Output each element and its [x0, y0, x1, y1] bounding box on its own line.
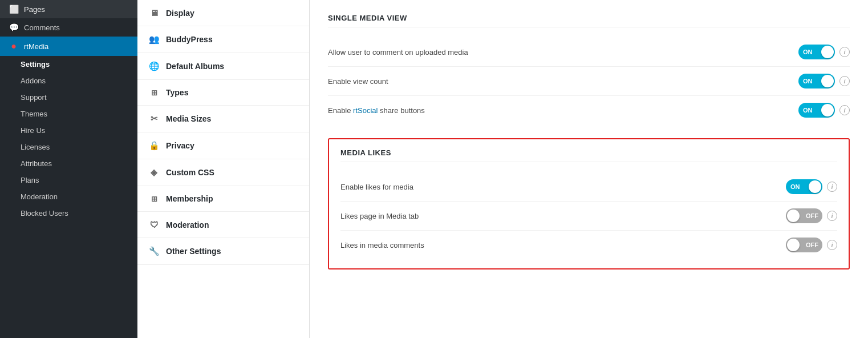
sidebar-subitem-licenses[interactable]: Licenses	[0, 139, 137, 155]
sidebar-subitem-moderation[interactable]: Moderation	[0, 188, 137, 205]
enable-likes-toggle-knob	[809, 180, 821, 193]
middle-item-buddypress[interactable]: 👥 BuddyPress	[137, 26, 309, 53]
sidebar-item-rtmedia[interactable]: ● rtMedia	[0, 37, 137, 56]
middle-item-types[interactable]: ⊞ Types	[137, 80, 309, 106]
rtsocial-label: Enable rtSocial share buttons	[328, 106, 425, 115]
sidebar-item-comments[interactable]: 💬 Comments	[0, 18, 137, 37]
view-count-toggle[interactable]: ON	[798, 74, 835, 88]
middle-item-types-label: Types	[166, 88, 188, 97]
setting-row-likes-comments: Likes in media comments OFF i	[340, 231, 837, 259]
middle-item-media-sizes[interactable]: ✂ Media Sizes	[137, 106, 309, 132]
sidebar-subitem-hire-us[interactable]: Hire Us	[0, 122, 137, 139]
enable-likes-info-icon[interactable]: i	[827, 182, 837, 192]
likes-page-info-icon[interactable]: i	[827, 211, 837, 221]
view-count-info-icon[interactable]: i	[839, 76, 850, 86]
allow-comment-label: Allow user to comment on uploaded media	[328, 48, 468, 57]
display-icon: 🖥	[148, 8, 160, 18]
likes-comments-label: Likes in media comments	[340, 241, 424, 250]
sidebar: ⬜ Pages 💬 Comments ● rtMedia Settings Ad…	[0, 0, 137, 338]
middle-item-display-label: Display	[166, 9, 194, 18]
middle-item-other-settings[interactable]: 🔧 Other Settings	[137, 238, 309, 265]
setting-row-allow-comment: Allow user to comment on uploaded media …	[328, 38, 850, 67]
privacy-icon: 🔒	[148, 140, 160, 151]
allow-comment-toggle-label: ON	[803, 49, 813, 55]
moderation-icon: 🛡	[148, 220, 160, 230]
setting-row-rtsocial: Enable rtSocial share buttons ON i	[328, 96, 850, 124]
likes-comments-info-icon[interactable]: i	[827, 240, 837, 250]
rtmedia-icon: ●	[8, 41, 19, 51]
sidebar-subitem-plans[interactable]: Plans	[0, 172, 137, 188]
likes-page-toggle[interactable]: OFF	[786, 208, 822, 223]
likes-page-toggle-label: OFF	[806, 212, 818, 219]
middle-item-default-albums-label: Default Albums	[166, 62, 224, 71]
rtsocial-link[interactable]: rtSocial	[353, 106, 378, 115]
main-content: SINGLE MEDIA VIEW Allow user to comment …	[310, 0, 868, 338]
view-count-toggle-label: ON	[803, 78, 813, 84]
setting-row-view-count: Enable view count ON i	[328, 67, 850, 96]
media-sizes-icon: ✂	[148, 114, 160, 124]
sidebar-subitem-support[interactable]: Support	[0, 89, 137, 106]
likes-comments-toggle-knob	[787, 239, 800, 251]
middle-item-custom-css-label: Custom CSS	[166, 168, 214, 177]
single-media-view-title: SINGLE MEDIA VIEW	[328, 14, 850, 27]
likes-page-controls: OFF i	[786, 208, 837, 223]
types-icon: ⊞	[148, 88, 160, 97]
rtsocial-toggle[interactable]: ON	[798, 103, 835, 118]
sidebar-subitem-attributes[interactable]: Attributes	[0, 155, 137, 172]
media-likes-title: MEDIA LIKES	[340, 148, 837, 162]
sidebar-subitem-settings[interactable]: Settings	[0, 56, 137, 73]
sidebar-subitem-blocked-users[interactable]: Blocked Users	[0, 205, 137, 222]
sidebar-item-pages[interactable]: ⬜ Pages	[0, 0, 137, 18]
comments-icon: 💬	[8, 23, 19, 32]
middle-item-default-albums[interactable]: 🌐 Default Albums	[137, 53, 309, 80]
middle-item-privacy[interactable]: 🔒 Privacy	[137, 132, 309, 159]
buddypress-icon: 👥	[148, 34, 160, 45]
likes-page-label: Likes page in Media tab	[340, 212, 419, 220]
pages-icon: ⬜	[8, 5, 19, 14]
rtsocial-controls: ON i	[798, 103, 850, 118]
likes-comments-toggle-label: OFF	[806, 242, 818, 248]
custom-css-icon: ◈	[148, 167, 160, 178]
allow-comment-controls: ON i	[798, 45, 850, 59]
view-count-controls: ON i	[798, 74, 850, 88]
likes-page-toggle-knob	[787, 210, 800, 222]
membership-icon: ⊞	[148, 195, 160, 203]
sidebar-subitem-addons[interactable]: Addons	[0, 73, 137, 89]
middle-item-display[interactable]: 🖥 Display	[137, 0, 309, 26]
rtsocial-info-icon[interactable]: i	[839, 105, 850, 115]
sidebar-item-comments-label: Comments	[24, 23, 60, 32]
enable-likes-controls: ON i	[786, 179, 837, 194]
default-albums-icon: 🌐	[148, 61, 160, 71]
setting-row-likes-page: Likes page in Media tab OFF i	[340, 202, 837, 231]
likes-comments-controls: OFF i	[786, 238, 837, 252]
sidebar-item-rtmedia-label: rtMedia	[24, 42, 48, 51]
setting-row-enable-likes: Enable likes for media ON i	[340, 172, 837, 202]
enable-likes-toggle[interactable]: ON	[786, 179, 822, 194]
middle-item-other-settings-label: Other Settings	[166, 247, 221, 256]
middle-item-media-sizes-label: Media Sizes	[166, 114, 211, 123]
allow-comment-toggle-knob	[821, 46, 834, 58]
middle-item-membership[interactable]: ⊞ Membership	[137, 186, 309, 212]
media-likes-section: MEDIA LIKES Enable likes for media ON i …	[328, 138, 850, 269]
single-media-view-section: SINGLE MEDIA VIEW Allow user to comment …	[328, 14, 850, 124]
rtsocial-toggle-label: ON	[803, 107, 813, 114]
other-settings-icon: 🔧	[148, 246, 160, 256]
middle-nav: 🖥 Display 👥 BuddyPress 🌐 Default Albums …	[137, 0, 310, 338]
allow-comment-toggle[interactable]: ON	[798, 45, 835, 59]
enable-likes-toggle-label: ON	[790, 183, 800, 190]
likes-comments-toggle[interactable]: OFF	[786, 238, 822, 252]
view-count-toggle-knob	[821, 75, 834, 87]
rtsocial-toggle-knob	[821, 104, 834, 116]
enable-likes-label: Enable likes for media	[340, 183, 413, 191]
middle-item-membership-label: Membership	[166, 194, 213, 203]
sidebar-subitem-themes[interactable]: Themes	[0, 106, 137, 122]
sidebar-item-pages-label: Pages	[24, 5, 45, 14]
middle-item-moderation[interactable]: 🛡 Moderation	[137, 212, 309, 238]
middle-item-privacy-label: Privacy	[166, 141, 194, 150]
view-count-label: Enable view count	[328, 77, 388, 86]
middle-item-buddypress-label: BuddyPress	[166, 35, 213, 44]
middle-item-moderation-label: Moderation	[166, 220, 209, 230]
middle-item-custom-css[interactable]: ◈ Custom CSS	[137, 159, 309, 186]
allow-comment-info-icon[interactable]: i	[839, 47, 850, 57]
